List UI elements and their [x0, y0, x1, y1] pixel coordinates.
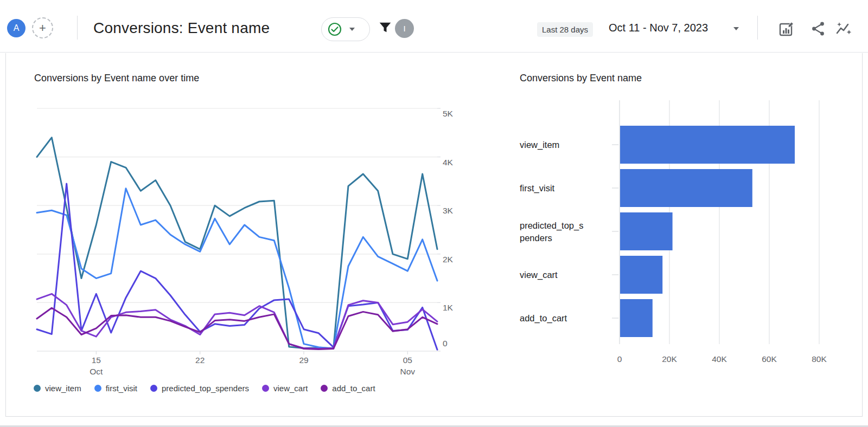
bar-predicted_top_spenders[interactable] — [620, 212, 673, 250]
chart-legend: view_itemfirst_visitpredicted_top_spende… — [34, 384, 375, 393]
legend-dot-icon — [321, 385, 328, 392]
header-divider-2 — [757, 16, 758, 40]
bar-category-label-add_to_cart: add_to_cart — [520, 313, 567, 324]
legend-label: first_visit — [106, 384, 137, 393]
legend-item-first_visit[interactable]: first_visit — [94, 384, 137, 393]
bar-category-label-view_item: view_item — [520, 140, 559, 150]
report-header: A + Conversions: Event name I Last 28 da… — [0, 0, 868, 53]
bar-x-tick-label: 40K — [712, 354, 727, 364]
date-preset-badge: Last 28 days — [537, 22, 593, 37]
line-series-view_item[interactable] — [37, 138, 437, 348]
y-tick-label: 1K — [443, 303, 454, 312]
bar-x-tick-label: 20K — [662, 354, 677, 364]
legend-label: view_cart — [273, 384, 308, 393]
bar-category-label-predicted_top_spenders: predicted_top_s — [520, 221, 583, 231]
x-tick-label: 05 — [403, 355, 412, 365]
legend-item-view_item[interactable]: view_item — [34, 384, 81, 393]
bar-x-tick-label: 60K — [762, 354, 777, 364]
insights-icon[interactable] — [835, 20, 853, 37]
line-series-view_cart[interactable] — [37, 294, 437, 348]
legend-dot-icon — [34, 385, 41, 392]
share-icon[interactable] — [809, 20, 827, 37]
bar-chart-title: Conversions by Event name — [520, 73, 642, 84]
bar-add_to_cart[interactable] — [620, 299, 653, 337]
customize-report-icon[interactable] — [778, 20, 795, 37]
y-tick-label: 2K — [443, 255, 454, 264]
date-range-selector[interactable]: Oct 11 - Nov 7, 2023 — [609, 22, 708, 34]
approved-check-icon — [328, 22, 342, 36]
account-avatar[interactable]: A — [7, 19, 25, 37]
x-tick-label: 15 — [92, 355, 101, 365]
legend-label: view_item — [45, 384, 81, 393]
x-tick-label-month: Nov — [400, 367, 416, 376]
legend-item-add_to_cart[interactable]: add_to_cart — [321, 384, 375, 393]
line-chart-title: Conversions by Event name over time — [34, 73, 199, 84]
legend-label: add_to_cart — [332, 384, 375, 393]
legend-item-view_cart[interactable]: view_cart — [262, 384, 308, 393]
collaborator-avatar[interactable]: I — [395, 19, 414, 38]
bar-x-tick-label: 80K — [812, 354, 827, 364]
bar-x-tick-label: 0 — [617, 354, 622, 364]
analytics-report-page: A + Conversions: Event name I Last 28 da… — [0, 0, 868, 427]
x-tick-label: 29 — [299, 355, 308, 365]
bar-chart: 020K40K60K80Kview_itemfirst_visitpredict… — [515, 92, 857, 368]
x-tick-label-month: Oct — [90, 367, 103, 376]
bar-first_visit[interactable] — [620, 169, 752, 207]
line-chart: 01K2K3K4K5K15Oct222905Nov — [26, 98, 467, 379]
line-series-predicted_top_spenders[interactable] — [37, 184, 437, 350]
report-status-dropdown[interactable] — [321, 17, 370, 41]
y-tick-label: 5K — [443, 109, 454, 118]
legend-label: predicted_top_spenders — [162, 384, 249, 393]
add-comparison-button[interactable]: + — [32, 17, 53, 38]
bar-view_cart[interactable] — [620, 256, 662, 294]
y-tick-label: 0 — [443, 339, 448, 348]
y-tick-label: 3K — [443, 206, 454, 215]
bar-category-label-predicted_top_spenders: penders — [520, 233, 552, 243]
page-title: Conversions: Event name — [93, 20, 270, 37]
bar-view_item[interactable] — [620, 126, 795, 164]
y-tick-label: 4K — [443, 158, 454, 167]
legend-dot-icon — [150, 385, 157, 392]
filter-icon[interactable] — [378, 21, 392, 35]
legend-item-predicted_top_spenders[interactable]: predicted_top_spenders — [150, 384, 249, 393]
legend-dot-icon — [262, 385, 269, 392]
bar-category-label-view_cart: view_cart — [520, 270, 558, 280]
header-divider — [77, 16, 78, 40]
chevron-down-icon — [349, 28, 355, 31]
x-tick-label: 22 — [195, 355, 205, 365]
legend-dot-icon — [94, 385, 101, 392]
bar-category-label-first_visit: first_visit — [520, 183, 555, 193]
date-chevron-down-icon[interactable] — [733, 27, 739, 30]
